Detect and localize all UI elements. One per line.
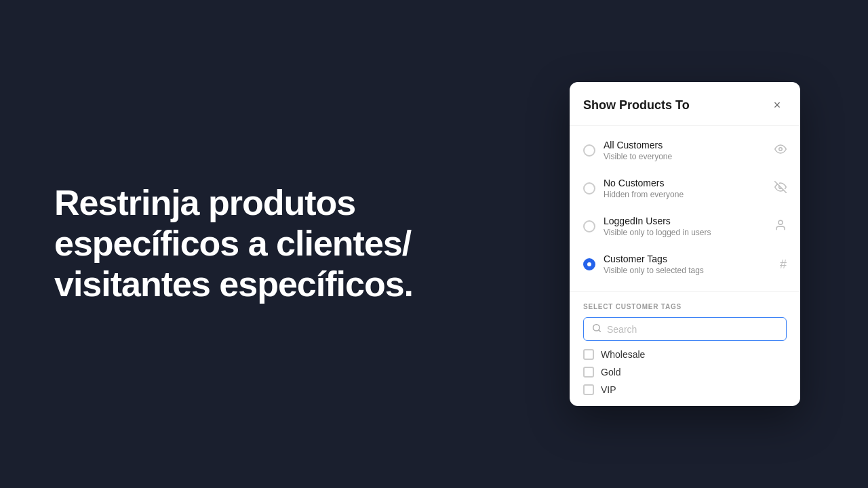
option-text-loggedin-users: LoggedIn Users Visible only to logged in… <box>604 216 769 237</box>
eye-icon <box>774 143 787 158</box>
svg-point-2 <box>778 220 783 224</box>
checkbox-wholesale[interactable] <box>583 349 594 360</box>
radio-no-customers <box>583 182 595 195</box>
option-label-loggedin-users: LoggedIn Users <box>604 216 769 226</box>
tag-item-gold[interactable]: Gold <box>583 367 787 378</box>
tag-label-wholesale: Wholesale <box>601 349 645 360</box>
option-no-customers[interactable]: No Customers Hidden from everyone <box>570 169 800 207</box>
option-loggedin-users[interactable]: LoggedIn Users Visible only to logged in… <box>570 207 800 245</box>
options-list: All Customers Visible to everyone No Cus… <box>570 126 800 289</box>
option-label-no-customers: No Customers <box>604 178 769 188</box>
option-customer-tags[interactable]: Customer Tags Visible only to selected t… <box>570 245 800 283</box>
option-desc-loggedin-users: Visible only to logged in users <box>604 228 769 237</box>
radio-customer-tags <box>583 258 595 270</box>
checkbox-gold[interactable] <box>583 367 594 378</box>
option-label-customer-tags: Customer Tags <box>604 253 774 264</box>
search-box[interactable] <box>583 317 787 341</box>
option-text-all-customers: All Customers Visible to everyone <box>604 140 769 161</box>
tag-list: Wholesale Gold VIP <box>583 349 787 395</box>
option-label-all-customers: All Customers <box>604 140 769 150</box>
divider <box>570 291 800 292</box>
option-text-customer-tags: Customer Tags Visible only to selected t… <box>604 253 774 275</box>
svg-line-4 <box>599 330 601 332</box>
modal-title: Show Products To <box>583 98 690 113</box>
checkbox-vip[interactable] <box>583 384 594 395</box>
search-icon <box>592 323 601 335</box>
svg-point-0 <box>779 148 783 151</box>
tag-item-wholesale[interactable]: Wholesale <box>583 349 787 360</box>
close-button[interactable]: × <box>768 96 787 115</box>
tags-section: SELECT CUSTOMER TAGS Wholesale Gold <box>570 295 800 406</box>
eye-slash-icon <box>774 181 787 196</box>
hash-icon: # <box>780 258 787 272</box>
hero-headline: Restrinja produtos específicos a cliente… <box>54 183 461 304</box>
tags-section-label: SELECT CUSTOMER TAGS <box>583 303 787 310</box>
option-desc-no-customers: Hidden from everyone <box>604 190 769 199</box>
radio-loggedin-users <box>583 220 595 232</box>
search-input[interactable] <box>607 324 778 335</box>
modal-header: Show Products To × <box>570 82 800 126</box>
show-products-modal: Show Products To × All Customers Visible… <box>570 82 800 406</box>
tag-label-gold: Gold <box>601 367 621 378</box>
user-icon <box>774 219 787 234</box>
option-desc-all-customers: Visible to everyone <box>604 152 769 161</box>
tag-label-vip: VIP <box>601 384 616 395</box>
option-all-customers[interactable]: All Customers Visible to everyone <box>570 131 800 169</box>
radio-all-customers <box>583 144 595 157</box>
tag-item-vip[interactable]: VIP <box>583 384 787 395</box>
option-desc-customer-tags: Visible only to selected tags <box>604 266 774 275</box>
option-text-no-customers: No Customers Hidden from everyone <box>604 178 769 199</box>
